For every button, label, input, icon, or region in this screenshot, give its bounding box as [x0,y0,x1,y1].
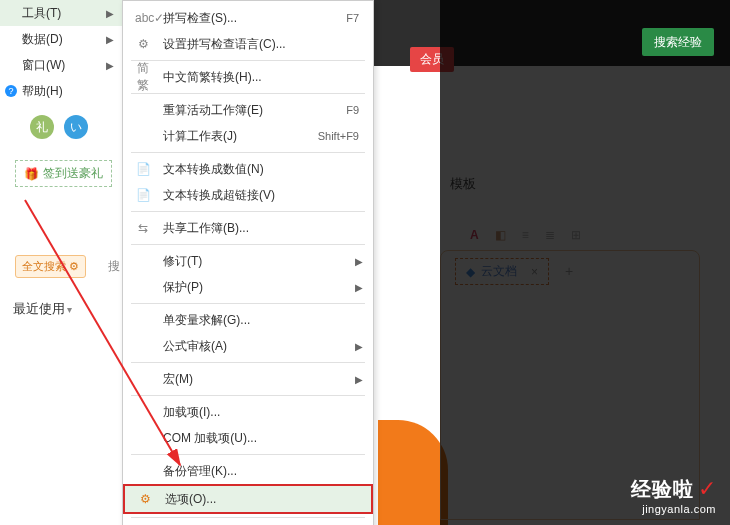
gear-icon: ⚙ [135,37,151,51]
search-button[interactable]: 搜索经验 [642,28,714,56]
separator [131,362,365,363]
menu-help[interactable]: ? 帮助(H) [0,78,122,104]
news-icon[interactable]: い [64,115,88,139]
chevron-right-icon: ▶ [106,8,114,19]
submenu-macro[interactable]: 宏(M) ▶ [123,366,373,392]
submenu-recalc[interactable]: 重算活动工作簿(E) F9 [123,97,373,123]
separator [131,211,365,212]
chevron-right-icon: ▶ [106,34,114,45]
submenu-chs[interactable]: 简繁 中文简繁转换(H)... [123,64,373,90]
tools-submenu: abc✓ 拼写检查(S)... F7 ⚙ 设置拼写检查语言(C)... 简繁 中… [122,0,374,525]
submenu-revise[interactable]: 修订(T) ▶ [123,248,373,274]
signin-label: 签到送豪礼 [43,165,103,182]
chevron-right-icon: ▶ [355,282,363,293]
separator [131,244,365,245]
submenu-formula[interactable]: 公式审核(A) ▶ [123,333,373,359]
submenu-setlang[interactable]: ⚙ 设置拼写检查语言(C)... [123,31,373,57]
chevron-right-icon: ▶ [106,60,114,71]
menu-tools-label: 工具(T) [22,5,61,22]
menu-data[interactable]: 数据(D) ▶ [0,26,122,52]
submenu-calcsheet[interactable]: 计算工作表(J) Shift+F9 [123,123,373,149]
submenu-options[interactable]: ⚙ 选项(O)... [123,484,373,514]
gear-icon: ⚙ [69,260,79,273]
recent-label[interactable]: 最近使用▾ [13,300,72,318]
chevron-right-icon: ▶ [355,374,363,385]
menu-help-label: 帮助(H) [22,83,63,100]
chevron-right-icon: ▶ [355,256,363,267]
submenu-comaddins[interactable]: COM 加载项(U)... [123,425,373,451]
gift-icon[interactable]: 礼 [30,115,54,139]
separator [131,395,365,396]
submenu-addins[interactable]: 加载项(I)... [123,399,373,425]
fulltext-search-pill[interactable]: 全文搜索 ⚙ [15,255,86,278]
menu-data-label: 数据(D) [22,31,63,48]
gear-icon: ⚙ [137,492,153,506]
submenu-spellcheck[interactable]: abc✓ 拼写检查(S)... F7 [123,5,373,31]
separator [131,454,365,455]
watermark: 经验啦✓ jingyanla.com [631,476,716,515]
help-icon: ? [5,85,17,97]
translate-icon: 简繁 [135,60,151,94]
chevron-down-icon: ▾ [67,304,72,315]
submenu-text2num[interactable]: 📄 文本转换成数值(N) [123,156,373,182]
doc-icon: ▭ [135,521,151,525]
chevron-right-icon: ▶ [355,341,363,352]
check-icon: ✓ [698,476,716,501]
orange-shape [378,420,448,525]
dark-overlay [440,0,730,525]
separator [131,303,365,304]
submenu-share[interactable]: ⇆ 共享工作簿(B)... [123,215,373,241]
submenu-backup[interactable]: 备份管理(K)... [123,458,373,484]
spellcheck-icon: abc✓ [135,11,151,25]
submenu-protect[interactable]: 保护(P) ▶ [123,274,373,300]
menu-window-label: 窗口(W) [22,57,65,74]
signin-bubble[interactable]: 🎁 签到送豪礼 [15,160,112,187]
document-icon: 📄 [135,162,151,176]
document-icon: 📄 [135,188,151,202]
menu-window[interactable]: 窗口(W) ▶ [0,52,122,78]
circle-icons: 礼 い [30,115,88,139]
separator [131,517,365,518]
search-hint: 搜 [108,258,120,275]
pill-label: 全文搜索 [22,259,66,274]
separator [131,60,365,61]
separator [131,152,365,153]
submenu-truncated[interactable]: ▭ [123,521,373,525]
submenu-text2link[interactable]: 📄 文本转换成超链接(V) [123,182,373,208]
main-menu: 工具(T) ▶ 数据(D) ▶ 窗口(W) ▶ ? 帮助(H) [0,0,122,104]
separator [131,93,365,94]
menu-tools[interactable]: 工具(T) ▶ [0,0,122,26]
gift-icon: 🎁 [24,167,39,181]
share-icon: ⇆ [135,221,151,235]
submenu-solver[interactable]: 单变量求解(G)... [123,307,373,333]
